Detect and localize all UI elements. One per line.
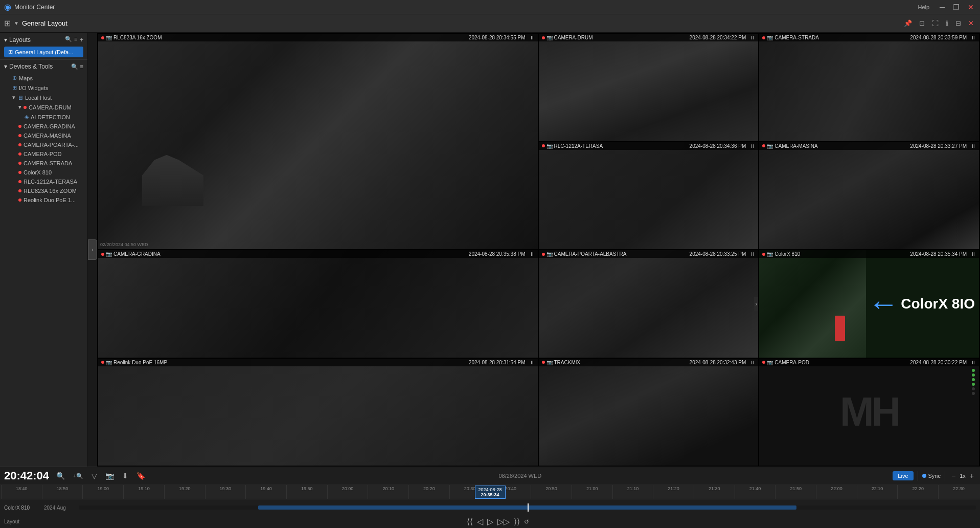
cam-pause-btn-7[interactable]: ⏸ [750,251,755,257]
globe-icon: ⊕ [12,75,17,81]
grid-layout-icon[interactable]: ⊞ [4,18,11,28]
sidebar-item-camera-gradina[interactable]: CAMERA-GRADINA [4,122,83,131]
restore-button[interactable]: ❐ [951,3,962,11]
sidebar-item-io-widgets[interactable]: ⊞ I/O Widgets [4,83,83,93]
next-frame-btn[interactable]: ⟩⟩ [514,517,520,526]
sidebar-item-rlc-1212a[interactable]: RLC-1212A-TERASA [4,177,83,186]
fullscreen-icon[interactable]: ⛶ [930,18,941,28]
camera-cell-terasa[interactable]: 📷 RLC-1212A-TERASA 2024-08-28 20:34:36 P… [539,142,759,250]
minimize-button[interactable]: ─ [938,3,947,11]
layouts-list-icon[interactable]: ≡ [74,36,77,43]
sidebar-item-ai-detection[interactable]: ◈ AI DETECTION [4,112,83,122]
sidebar-item-reolink-duo[interactable]: Reolink Duo PoE 1... [4,195,83,205]
devices-label: Devices & Tools [9,63,53,70]
ai-detection-label: AI DETECTION [31,114,70,120]
live-button[interactable]: Live [893,471,913,480]
layout-item-icon: ⊞ [8,49,13,55]
sidebar-item-rlc823a[interactable]: RLC823A 16x ZOOM [4,186,83,195]
camera-cell-strada[interactable]: 📷 CAMERA-STRADA 2024-08-28 20:33:59 PM ⏸ [759,34,979,141]
devices-section-header[interactable]: ▾ Devices & Tools 🔍 ≡ [4,63,83,70]
zoom-out-btn[interactable]: 🔍 [54,471,67,481]
cam-pause-btn-6[interactable]: ⏸ [530,251,535,257]
ruler-tick: 21:50 [775,485,816,499]
zoom-in-btn[interactable]: +🔍 [71,472,85,480]
bookmark-btn[interactable]: 🔖 [134,471,147,481]
active-layout-item[interactable]: ⊞ General Layout (Defa... [4,47,83,57]
devices-list-icon[interactable]: ≡ [80,63,83,70]
close-view-icon[interactable]: ✕ [966,18,976,28]
cam-name-label-4: RLC-1212A-TERASA [554,143,603,149]
cam-name-label-7: CAMERA-POARTA-ALBASTRA [554,251,627,257]
cam-feed-terasa [539,142,759,250]
cam-icon-2: 📷 [546,35,553,40]
ruler-tick-label: 20:10 [382,486,394,491]
cam-feed-gradina [98,250,538,358]
cam-header-reolink-duo-poe: 📷 Reolink Duo PoE 16MP 2024-08-28 20:31:… [98,359,538,366]
track-camera-name: ColorX 810 [4,505,40,511]
cam-pause-btn-3[interactable]: ⏸ [971,35,976,40]
camera-cell-gradina[interactable]: 📷 CAMERA-GRADINA 2024-08-28 20:35:38 PM … [98,250,538,358]
camera-cell-poarta[interactable]: 📷 CAMERA-POARTA-ALBASTRA 2024-08-28 20:3… [539,250,759,358]
cam-header-poarta: 📷 CAMERA-POARTA-ALBASTRA 2024-08-28 20:3… [539,250,759,258]
ruler-tick-label: 22:10 [872,486,883,491]
cam-pause-btn-8[interactable]: ⏸ [971,251,976,257]
play-btn[interactable]: ▷ [487,517,493,526]
pin-icon[interactable]: 📌 [902,18,914,28]
rewind-btn[interactable]: ◁ [477,517,483,526]
close-button[interactable]: ✕ [966,3,976,11]
speed-increase-btn[interactable]: + [968,471,976,481]
speed-decrease-btn[interactable]: − [949,471,958,481]
cam-pause-btn[interactable]: ⏸ [530,35,535,40]
cam-feed-poarta [539,250,759,358]
scroll-right-button[interactable]: › [754,297,759,311]
devices-search-icon[interactable]: 🔍 [71,63,78,70]
sidebar-item-camera-drum[interactable]: ▾ CAMERA-DRUM [4,102,83,112]
layout-dropdown-arrow[interactable]: ▼ [14,20,19,26]
camera-cell-drum[interactable]: 📷 CAMERA-DRUM 2024-08-28 20:34:22 PM ⏸ [539,34,759,141]
layouts-search-icon[interactable]: 🔍 [65,36,72,43]
ruler-tick-label: 19:30 [220,486,232,491]
help-button[interactable]: Help [918,4,929,10]
ruler-tick: 19:50 [286,485,327,499]
sidebar-item-camera-strada[interactable]: CAMERA-STRADA [4,159,83,168]
snapshot-btn[interactable]: 📷 [103,471,116,481]
minimize-view-icon[interactable]: ⊟ [953,18,963,28]
timeline-track-area: ColorX 810 2024.Aug [0,499,980,516]
cam-name-label-5: CAMERA-MASINA [774,143,817,149]
sync-button[interactable]: Sync [922,473,941,479]
forward-btn[interactable]: ▷▷ [497,517,510,526]
cam-pause-btn-2[interactable]: ⏸ [750,35,755,40]
layouts-section-header[interactable]: ▾ Layouts 🔍 ≡ + [4,36,83,43]
loop-btn[interactable]: ↺ [524,518,529,525]
sidebar-item-camera-pod[interactable]: CAMERA-POD [4,149,83,159]
ruler-tick: 22:00 [816,485,857,499]
timeline-date: 08/28/2024 WED [499,473,542,479]
sidebar-item-camera-poarta[interactable]: CAMERA-POARTA-... [4,140,83,149]
screen-mode-icon[interactable]: ⊡ [917,18,927,28]
cam-timestamp-5: 2024-08-28 20:33:27 PM [910,143,967,149]
camera-cell-masina[interactable]: 📷 CAMERA-MASINA 2024-08-28 20:33:27 PM ⏸ [759,142,979,250]
app-container: ⊞ ▼ General Layout 📌 ⊡ ⛶ ℹ ⊟ ✕ ▾ Layouts [0,14,980,528]
camera-cell-rlc823a[interactable]: 📷 RLC823A 16x ZOOM 2024-08-28 20:34:55 P… [98,34,538,249]
camera-strada-label: CAMERA-STRADA [24,160,72,166]
sidebar-item-colorx[interactable]: ColorX 810 [4,168,83,177]
info-icon[interactable]: ℹ [944,18,950,28]
camera-cell-trackmix[interactable]: 📷 TRACKMIX 2024-08-28 20:32:43 PM ⏸ [539,359,759,466]
prev-frame-btn[interactable]: ⟨⟨ [467,517,473,526]
cam-rec-dot-8 [762,253,765,256]
camera-pod-label: CAMERA-POD [24,151,62,157]
camera-cell-reolink-duo-poe[interactable]: 📷 Reolink Duo PoE 16MP 2024-08-28 20:31:… [98,359,538,466]
sidebar-collapse-button[interactable]: ‹ [88,239,97,260]
camera-cell-colorx[interactable]: 📷 ColorX 810 2024-08-28 20:35:34 PM ⏸ [759,250,979,358]
ruler-tick-label: 19:10 [138,486,150,491]
download-btn[interactable]: ⬇ [120,471,130,481]
sidebar-item-local-host[interactable]: ▾ 🖥 Local Host [4,93,83,102]
cam-pause-btn-4[interactable]: ⏸ [750,143,755,149]
filter-btn[interactable]: ▽ [89,471,99,481]
cam-pause-btn-5[interactable]: ⏸ [971,143,976,149]
ruler-tick-label: 22:20 [913,486,924,491]
sidebar-item-maps[interactable]: ⊕ Maps [4,73,83,83]
camera-cell-camera-pod[interactable]: 📷 CAMERA-POD 2024-08-28 20:30:22 PM ⏸ MH [759,359,979,466]
sidebar-item-camera-masina[interactable]: CAMERA-MASINA [4,131,83,140]
layouts-add-icon[interactable]: + [79,36,83,43]
